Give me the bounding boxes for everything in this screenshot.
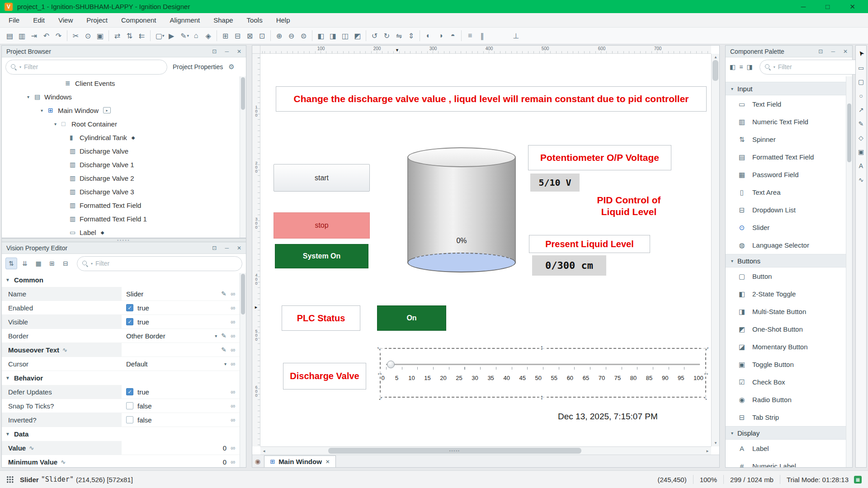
palette-scrollbar[interactable] — [846, 76, 852, 467]
binding-link-icon[interactable]: ∞ — [231, 444, 235, 451]
canvas-horizontal-scrollbar[interactable]: ◄ ▪▪▪▪▪ ► — [260, 446, 711, 455]
binding-link-icon[interactable]: ∞ — [231, 402, 235, 409]
property-value[interactable]: Slider ✎ ∞ — [122, 290, 240, 298]
visible-checkbox[interactable]: ✓ — [126, 318, 133, 325]
section-caret-icon[interactable]: ▼ — [5, 432, 10, 436]
palette-section-buttons[interactable]: ▾ Buttons — [726, 254, 846, 267]
split-top-icon[interactable]: ◫ — [339, 30, 351, 42]
potentiometer-voltage-value[interactable]: 5/10 V — [530, 174, 580, 192]
system-on-button[interactable]: System On — [275, 244, 368, 268]
resize-icon[interactable]: ⊞ — [219, 30, 231, 42]
property-row-mouseover-text[interactable]: Mouseover Text ∿ ✎ ∞ — [2, 343, 240, 357]
value-value[interactable]: 0 — [126, 444, 226, 452]
close-button[interactable]: ✕ — [849, 3, 855, 11]
palette-item-password-field[interactable]: ▦Password Field — [726, 166, 846, 183]
palette-item-2-state-toggle[interactable]: ◧2-State Toggle — [726, 285, 846, 303]
section-caret-icon[interactable]: ▼ — [5, 375, 10, 380]
dropdown-caret-icon[interactable]: ▾ — [215, 333, 217, 338]
property-section-behavior[interactable]: ▼ Behavior — [2, 371, 240, 385]
minimum-value-value[interactable]: 0 — [126, 458, 226, 466]
tree-item-formatted-text-field[interactable]: ▥ Formatted Text Field — [2, 198, 240, 212]
perspective-icon[interactable]: ◉ — [255, 458, 260, 465]
collapse-icon[interactable]: ⊟ — [231, 30, 244, 42]
palette-item-button[interactable]: ▢Button — [726, 267, 846, 285]
scrollbar-thumb[interactable] — [712, 60, 718, 81]
sort-ascending-icon[interactable]: ⇅ — [5, 258, 17, 269]
rotate-tool-icon[interactable]: ⊙ — [82, 30, 94, 42]
search-options-caret-icon[interactable]: ▾ — [774, 65, 775, 69]
palette-filter[interactable]: ▾ — [760, 60, 865, 75]
property-row-enabled[interactable]: Enabled ✓ true ∞ — [2, 301, 240, 315]
project-tree-scrollbar[interactable] — [240, 76, 246, 238]
property-row-inverted[interactable]: Inverted? ✓ false ∞ — [2, 413, 240, 427]
binding-link-icon[interactable]: ∞ — [231, 360, 235, 367]
project-browser-filter[interactable]: ▾ — [5, 60, 167, 75]
tree-item-windows[interactable]: ▾ ▤ Windows — [2, 90, 240, 103]
slider-handle[interactable] — [387, 361, 395, 368]
text-tool-icon[interactable]: A — [859, 163, 863, 169]
property-value[interactable]: ✓ true ∞ — [122, 318, 240, 326]
save-all-icon[interactable]: ▥ — [16, 30, 28, 42]
split-right-icon[interactable]: ◨ — [327, 30, 339, 42]
tree-item-main-window[interactable]: ▾ ⊞ Main Window ▸ — [2, 103, 240, 117]
palette-item-toggle-button[interactable]: ▣Toggle Button — [726, 356, 846, 373]
align-icon[interactable]: ≡ — [464, 30, 476, 42]
split-left-icon[interactable]: ◧ — [315, 30, 327, 42]
menu-view[interactable]: View — [52, 13, 80, 28]
expand-arrow-icon[interactable]: ▾ — [41, 108, 48, 113]
inverted-checkbox[interactable]: ✓ — [126, 416, 133, 423]
expand-arrow-icon[interactable]: ▾ — [27, 94, 34, 99]
translate-icon[interactable]: ⇄ — [111, 30, 123, 42]
rotate-ccw-icon[interactable]: ↺ — [368, 30, 381, 42]
tree-item-label-component[interactable]: ▭ Label ◆ — [2, 225, 240, 238]
distribute-horizontal-icon[interactable]: ⇇ — [136, 30, 148, 42]
present-liquid-level-value[interactable]: 0/300 cm — [532, 255, 606, 276]
close-panel-icon[interactable]: ✕ — [237, 48, 241, 55]
present-liquid-level-label[interactable]: Present Liquid Level — [529, 235, 650, 253]
tree-item-discharge-valve-2[interactable]: ▥ Discharge Valve 2 — [2, 171, 240, 185]
property-value[interactable]: Other Border ▾ ✎ ∞ — [122, 332, 240, 340]
start-button[interactable]: start — [274, 164, 370, 192]
binding-link-icon[interactable]: ∞ — [231, 304, 235, 311]
save-icon[interactable]: ▤ — [4, 30, 16, 42]
section-caret-icon[interactable]: ▾ — [731, 86, 733, 91]
property-row-minimum-value[interactable]: Minimum Value ∿ 0 ∞ — [2, 455, 240, 467]
subtract-icon[interactable]: ◓ — [447, 30, 459, 42]
palette-item-check-box[interactable]: ☑Check Box — [726, 373, 846, 391]
polygon-tool-icon[interactable]: ◇ — [859, 135, 863, 141]
tree-item-discharge-valve-3[interactable]: ▥ Discharge Valve 3 — [2, 185, 240, 198]
expand-all-icon[interactable]: ⊞ — [46, 258, 58, 269]
snap-to-ticks-checkbox[interactable]: ✓ — [126, 402, 133, 409]
undo-icon[interactable]: ↶ — [40, 30, 52, 42]
stop-button[interactable]: stop — [274, 212, 370, 239]
menu-component[interactable]: Component — [114, 13, 163, 28]
tab-close-icon[interactable]: ✕ — [326, 459, 330, 465]
float-panel-icon[interactable]: ⊡ — [212, 245, 217, 251]
sort-descending-icon[interactable]: ⇊ — [19, 258, 31, 269]
palette-item-formatted-text-field[interactable]: ▤Formatted Text Field — [726, 148, 846, 166]
property-grid-scrollbar[interactable] — [240, 273, 246, 467]
slider-track[interactable] — [386, 364, 700, 365]
binding-link-icon[interactable]: ∞ — [231, 388, 235, 395]
selection-handle-n-icon[interactable]: ↔ — [539, 344, 547, 352]
zoom-level[interactable]: 100% — [700, 476, 717, 483]
pencil-tool-icon[interactable]: ✎ — [859, 121, 864, 127]
image-tool-icon[interactable]: ▣ — [858, 149, 864, 155]
container-tool-icon[interactable]: ▭ — [858, 65, 864, 71]
arrow-tool-icon[interactable]: ↗ — [859, 107, 864, 113]
scroll-up-icon[interactable]: ▲ — [714, 55, 717, 59]
memory-usage[interactable]: 299 / 1024 mb — [730, 476, 774, 483]
property-row-visible[interactable]: Visible ✓ true ∞ — [2, 315, 240, 329]
property-section-common[interactable]: ▼ Common — [2, 273, 240, 287]
scroll-left-icon[interactable]: ◄ — [262, 449, 266, 453]
scrollbar-thumb[interactable] — [241, 77, 245, 110]
project-properties-icon[interactable]: ⚙ — [228, 63, 234, 71]
zoom-reset-icon[interactable]: ⊜ — [297, 30, 310, 42]
zoom-in-icon[interactable]: ⊕ — [273, 30, 285, 42]
pid-control-label[interactable]: PID Control of Liquid Level — [584, 194, 674, 218]
scroll-down-icon[interactable]: ▼ — [714, 441, 717, 445]
open-window-icon[interactable]: ▸ — [103, 107, 111, 113]
flip-vertical-icon[interactable]: ⇕ — [405, 30, 417, 42]
menu-grid-icon[interactable] — [6, 476, 14, 483]
preview-icon[interactable]: ⌂ — [190, 30, 202, 42]
